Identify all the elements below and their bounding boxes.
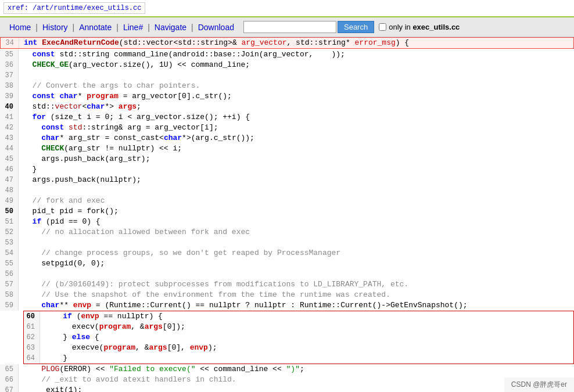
line-number: 34 bbox=[1, 38, 19, 48]
table-row: 45 args.push_back(arg_str); bbox=[0, 154, 574, 164]
nav-home[interactable]: Home bbox=[5, 21, 35, 33]
line-number: 62 bbox=[24, 332, 40, 343]
table-row: 50 pid_t pid = fork(); bbox=[0, 206, 574, 217]
table-row: 49 // fork and exec bbox=[0, 196, 574, 206]
code-content: char* arg_str = const_cast<char*>(arg.c_… bbox=[19, 133, 574, 143]
line-number: 52 bbox=[0, 227, 19, 238]
line-number: 38 bbox=[0, 81, 19, 91]
table-row: 38 // Convert the args to char pointers. bbox=[0, 81, 574, 91]
code-content: // (b/30160149): protect subprocesses fr… bbox=[19, 279, 574, 290]
line-number: 48 bbox=[0, 185, 19, 196]
nav-navigate[interactable]: Navigate bbox=[150, 21, 191, 33]
table-row: 41 for (size_t i = 0; i < arg_vector.siz… bbox=[0, 112, 574, 123]
code-content: } else { bbox=[40, 332, 573, 343]
table-row: 47 args.push_back(nullptr); bbox=[0, 175, 574, 185]
line-number: 36 bbox=[0, 60, 19, 70]
code-content: if (pid == 0) { bbox=[19, 217, 574, 227]
code-content bbox=[19, 269, 574, 279]
table-row: 58 // Use the snapshot of the environmen… bbox=[0, 290, 574, 300]
table-row: 51 if (pid == 0) { bbox=[0, 217, 574, 227]
nav-bar: Home | History | Annotate | Line# | Navi… bbox=[0, 16, 574, 37]
nav-annotate[interactable]: Annotate bbox=[74, 21, 116, 33]
table-row: 42 const std::string& arg = arg_vector[i… bbox=[0, 123, 574, 133]
only-in-label: only in exec_utils.cc bbox=[389, 23, 460, 31]
line-number: 59 bbox=[0, 300, 19, 311]
table-row: 59 char** envp = (Runtime::Current() == … bbox=[0, 300, 574, 311]
code-content: PLOG(ERROR) << "Failed to execve(" << co… bbox=[19, 364, 574, 375]
table-row: 55 setpgid(0, 0); bbox=[0, 258, 574, 269]
table-row: 57 // (b/30160149): protect subprocesses… bbox=[0, 279, 574, 290]
code-content bbox=[19, 185, 574, 196]
table-row: 65 PLOG(ERROR) << "Failed to execve(" <<… bbox=[0, 364, 574, 375]
code-content bbox=[19, 238, 574, 248]
line-number: 57 bbox=[0, 279, 19, 290]
line-number: 35 bbox=[0, 49, 19, 60]
xref-path-link[interactable]: /art/runtime/exec_utils.cc bbox=[33, 4, 141, 12]
code-content: std::vector<char*> args; bbox=[19, 102, 574, 112]
table-row: 46 } bbox=[0, 164, 574, 175]
table-row: 44 CHECK(arg_str != nullptr) << i; bbox=[0, 143, 574, 154]
code-content: for (size_t i = 0; i < arg_vector.size()… bbox=[19, 112, 574, 123]
line-number: 67 bbox=[0, 385, 19, 392]
line-number: 46 bbox=[0, 164, 19, 175]
code-content: execv(program, &args[0]); bbox=[40, 322, 573, 332]
only-in-checkbox[interactable] bbox=[379, 23, 386, 31]
code-content: } bbox=[40, 353, 573, 364]
line-number: 37 bbox=[0, 70, 19, 81]
code-content: args.push_back(arg_str); bbox=[19, 154, 574, 164]
table-row: 61 execv(program, &args[0]); bbox=[24, 322, 573, 332]
table-row: 39 const char* program = arg_vector[0].c… bbox=[0, 91, 574, 102]
code-content: _exit(1); bbox=[19, 385, 574, 392]
code-content bbox=[19, 70, 574, 81]
line-number: 55 bbox=[0, 258, 19, 269]
code-content: } bbox=[19, 164, 574, 175]
table-row: 43 char* arg_str = const_cast<char*>(arg… bbox=[0, 133, 574, 143]
line-number: 66 bbox=[0, 375, 19, 385]
code-content: CHECK(arg_str != nullptr) << i; bbox=[19, 143, 574, 154]
line-number: 54 bbox=[0, 248, 19, 258]
nav-history[interactable]: History bbox=[38, 21, 73, 33]
line-number: 56 bbox=[0, 269, 19, 279]
line-number: 64 bbox=[24, 353, 40, 364]
code-area: 34 int ExecAndReturnCode(std::vector<std… bbox=[0, 37, 574, 392]
line-number: 39 bbox=[0, 91, 19, 102]
table-row: 62 } else { bbox=[24, 332, 573, 343]
nav-lineno[interactable]: Line# bbox=[119, 21, 148, 33]
only-filename: exec_utils.cc bbox=[412, 23, 460, 31]
code-content: // no allocation allowed between fork an… bbox=[19, 227, 574, 238]
line-number: 42 bbox=[0, 123, 19, 133]
table-row: 63 execve(program, &args[0], envp); bbox=[24, 343, 573, 353]
line-number: 45 bbox=[0, 154, 19, 164]
code-content: // fork and exec bbox=[19, 196, 574, 206]
table-row: 48 bbox=[0, 185, 574, 196]
code-content: const std::string command_line(android::… bbox=[19, 49, 574, 60]
footer-text: CSDN @胖虎哥er bbox=[511, 380, 567, 389]
line-number: 44 bbox=[0, 143, 19, 154]
code-content: execve(program, &args[0], envp); bbox=[40, 343, 573, 353]
boxed-section: 60 if (envp == nullptr) { 61 execv(progr… bbox=[23, 311, 574, 364]
table-row: 56 bbox=[0, 269, 574, 279]
footer-bar: CSDN @胖虎哥er bbox=[504, 377, 574, 392]
code-content: const std::string& arg = arg_vector[i]; bbox=[19, 123, 574, 133]
xref-label: xref: bbox=[8, 4, 33, 12]
table-row: 64 } bbox=[24, 353, 573, 364]
table-row: 54 // change process groups, so we don't… bbox=[0, 248, 574, 258]
code-content: // Convert the args to char pointers. bbox=[19, 81, 574, 91]
table-row: 36 CHECK_GE(arg_vector.size(), 1U) << co… bbox=[0, 60, 574, 70]
table-row: 66 // _exit to avoid atexit handlers in … bbox=[0, 375, 574, 385]
code-content: args.push_back(nullptr); bbox=[19, 175, 574, 185]
code-content: CHECK_GE(arg_vector.size(), 1U) << comma… bbox=[19, 60, 574, 70]
line-number: 53 bbox=[0, 238, 19, 248]
code-content: const char* program = arg_vector[0].c_st… bbox=[19, 91, 574, 102]
code-content: if (envp == nullptr) { bbox=[40, 311, 573, 322]
code-content: setpgid(0, 0); bbox=[19, 258, 574, 269]
code-content: // _exit to avoid atexit handlers in chi… bbox=[19, 375, 574, 385]
code-content: // change process groups, so we don't ge… bbox=[19, 248, 574, 258]
code-content: // Use the snapshot of the environment f… bbox=[19, 290, 574, 300]
line-number: 65 bbox=[0, 364, 19, 375]
search-button[interactable]: Search bbox=[338, 21, 374, 33]
search-input[interactable] bbox=[243, 21, 336, 33]
line-number: 61 bbox=[24, 322, 40, 332]
nav-download[interactable]: Download bbox=[193, 21, 239, 33]
xref-path-bar: xref: /art/runtime/exec_utils.cc bbox=[3, 2, 145, 14]
